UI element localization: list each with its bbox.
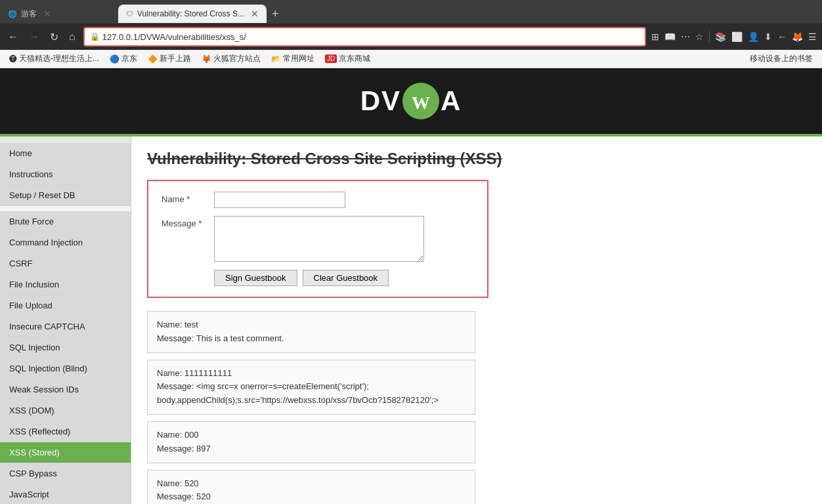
sidebar-item-brute-force[interactable]: Brute Force	[0, 211, 131, 232]
sidebar-item-file-inclusion[interactable]: File Inclusion	[0, 274, 131, 295]
sign-guestbook-button[interactable]: Sign Guestbook	[214, 270, 297, 286]
sidebar-item-javascript[interactable]: JavaScript	[0, 484, 131, 504]
separator	[709, 31, 710, 43]
back-button[interactable]: ←	[5, 28, 21, 45]
sidebar-item-insecure-captcha[interactable]: Insecure CAPTCHA	[0, 316, 131, 337]
firefox-site-icon: 🦊	[202, 54, 211, 64]
guestbook-entry-2: Name: 1111111111 Message: <img src=x one…	[147, 360, 475, 415]
qr-icon[interactable]: ⊞	[651, 32, 659, 42]
entry-2-name: Name: 1111111111	[157, 367, 465, 381]
entry-2-message: Message: <img src=x onerror=s=createElem…	[157, 380, 465, 408]
tianmao-icon: 🅣	[9, 54, 17, 64]
entry-1-message: Message: This is a test comment.	[157, 332, 465, 346]
tab-active[interactable]: 🛡 Vulnerability: Stored Cross S... ✕	[118, 5, 267, 23]
clear-guestbook-button[interactable]: Clear Guestbook	[303, 270, 389, 286]
browser-chrome: 🌐 游客 ✕ 🛡 Vulnerability: Stored Cross S..…	[0, 0, 822, 68]
form-box: Name * Message * Sign Guestbook Clear Gu…	[147, 180, 488, 298]
browser-tabs: 🌐 游客 ✕ 🛡 Vulnerability: Stored Cross S..…	[0, 0, 822, 24]
form-buttons: Sign Guestbook Clear Guestbook	[162, 270, 474, 286]
entry-4-message: Message: 520	[157, 490, 465, 504]
page-title: Vulnerability: Stored Cross Site Scripti…	[147, 150, 806, 168]
tab-close-inactive[interactable]: ✕	[43, 9, 51, 19]
more-icon[interactable]: ⋯	[681, 32, 690, 42]
forward-button[interactable]: →	[26, 28, 42, 45]
guestbook-entry-1: Name: test Message: This is a test comme…	[147, 311, 475, 353]
name-input[interactable]	[214, 192, 345, 208]
logo-area: DV W A	[360, 81, 462, 121]
bookmark-xinshou-label: 新手上路	[160, 53, 191, 64]
entry-3-name: Name: 000	[157, 429, 465, 442]
bookmark-tianmao[interactable]: 🅣 天猫精选-理想生活上...	[5, 52, 103, 66]
menu-icon[interactable]: ☰	[808, 32, 817, 42]
tab-icon-active: 🛡	[126, 10, 133, 18]
guestbook-entry-3: Name: 000 Message: 897	[147, 421, 475, 463]
common-icon: 📂	[271, 54, 281, 64]
address-bar-wrap: 🔒	[83, 27, 646, 47]
sidebar-item-home[interactable]: Home	[0, 143, 131, 164]
bookmark-firefox-label: 火狐官方站点	[213, 53, 261, 64]
tab-close-active[interactable]: ✕	[251, 9, 259, 19]
account-icon[interactable]: 👤	[748, 32, 759, 42]
back2-icon[interactable]: ←	[777, 32, 787, 42]
address-bar[interactable]	[102, 32, 639, 42]
bookmark-jingdong[interactable]: 🔵 京东	[106, 52, 141, 66]
bookmark-jingdong-label: 京东	[121, 53, 137, 64]
tab-label-active: Vulnerability: Stored Cross S...	[137, 9, 244, 18]
refresh-button[interactable]: ↻	[47, 28, 61, 46]
reader-icon[interactable]: 📖	[664, 32, 676, 42]
sidebar-item-csp-bypass[interactable]: CSP Bypass	[0, 463, 131, 484]
toolbar-icons: ⊞ 📖 ⋯ ☆ 📚 ⬜ 👤 ⬇ ← 🦊 ☰	[651, 31, 817, 43]
sidebar-item-xss-dom[interactable]: XSS (DOM)	[0, 400, 131, 421]
synced-tabs-icon[interactable]: ⬜	[731, 32, 743, 42]
library-icon[interactable]: 📚	[715, 32, 726, 42]
entry-3-message: Message: 897	[157, 442, 465, 456]
jingdong-icon: 🔵	[110, 54, 119, 64]
sidebar-item-sql-injection-blind[interactable]: SQL Injection (Blind)	[0, 358, 131, 379]
sidebar-item-instructions[interactable]: Instructions	[0, 164, 131, 185]
dvwa-body: Home Instructions Setup / Reset DB Brute…	[0, 136, 822, 504]
tab-inactive[interactable]: 🌐 游客 ✕	[0, 5, 118, 23]
entry-4-name: Name: 520	[157, 477, 465, 491]
firefox-icon[interactable]: 🦊	[792, 32, 803, 42]
sidebar-item-weak-session-ids[interactable]: Weak Session IDs	[0, 379, 131, 400]
form-row-name: Name *	[162, 192, 474, 208]
message-label: Message *	[162, 216, 214, 228]
sidebar-item-xss-stored[interactable]: XSS (Stored)	[0, 442, 131, 463]
xinshou-icon: 🔶	[148, 54, 158, 64]
bookmarks-bar: 🅣 天猫精选-理想生活上... 🔵 京东 🔶 新手上路 🦊 火狐官方站点 📂 常…	[0, 50, 822, 68]
bookmark-jd-mall[interactable]: JD 京东商城	[321, 52, 374, 66]
message-textarea[interactable]	[214, 216, 424, 262]
bookmark-xinshou[interactable]: 🔶 新手上路	[144, 52, 195, 66]
bookmark-firefox-site[interactable]: 🦊 火狐官方站点	[198, 52, 265, 66]
sidebar-item-file-upload[interactable]: File Upload	[0, 295, 131, 316]
sidebar-item-setup[interactable]: Setup / Reset DB	[0, 185, 131, 206]
new-tab-button[interactable]: +	[267, 7, 284, 21]
svg-text:W: W	[412, 93, 430, 113]
bookmark-common[interactable]: 📂 常用网址	[267, 52, 318, 66]
bookmark-mobile[interactable]: 移动设备上的书签	[746, 52, 817, 66]
star-icon[interactable]: ☆	[695, 32, 704, 42]
tab-label-inactive: 游客	[21, 9, 37, 20]
home-button[interactable]: ⌂	[66, 28, 78, 45]
guestbook-entry-4: Name: 520 Message: 520	[147, 470, 475, 504]
name-label: Name *	[162, 192, 214, 204]
tab-icon-inactive: 🌐	[8, 10, 17, 18]
bookmark-common-label: 常用网址	[283, 53, 314, 64]
dvwa-logo-dv: DV	[360, 85, 401, 117]
browser-toolbar: ← → ↻ ⌂ 🔒 ⊞ 📖 ⋯ ☆ 📚 ⬜ 👤 ⬇ ← 🦊 ☰	[0, 24, 822, 50]
bookmark-jd-label: 京东商城	[339, 53, 370, 64]
jd-icon: JD	[325, 54, 337, 63]
dvwa-logo-a: A	[441, 85, 462, 117]
bookmark-tianmao-label: 天猫精选-理想生活上...	[19, 53, 99, 64]
bookmark-mobile-label: 移动设备上的书签	[750, 53, 813, 64]
sidebar-item-command-injection[interactable]: Command Injection	[0, 232, 131, 253]
sidebar: Home Instructions Setup / Reset DB Brute…	[0, 136, 131, 504]
dvwa-header: DV W A	[0, 68, 822, 136]
sidebar-item-csrf[interactable]: CSRF	[0, 253, 131, 274]
dvwa-logo-circle: W	[401, 81, 441, 121]
sidebar-item-sql-injection[interactable]: SQL Injection	[0, 337, 131, 358]
lock-icon: 🔒	[90, 32, 100, 41]
download-icon[interactable]: ⬇	[764, 32, 772, 42]
sidebar-item-xss-reflected[interactable]: XSS (Reflected)	[0, 421, 131, 442]
sidebar-divider-1	[0, 206, 131, 211]
